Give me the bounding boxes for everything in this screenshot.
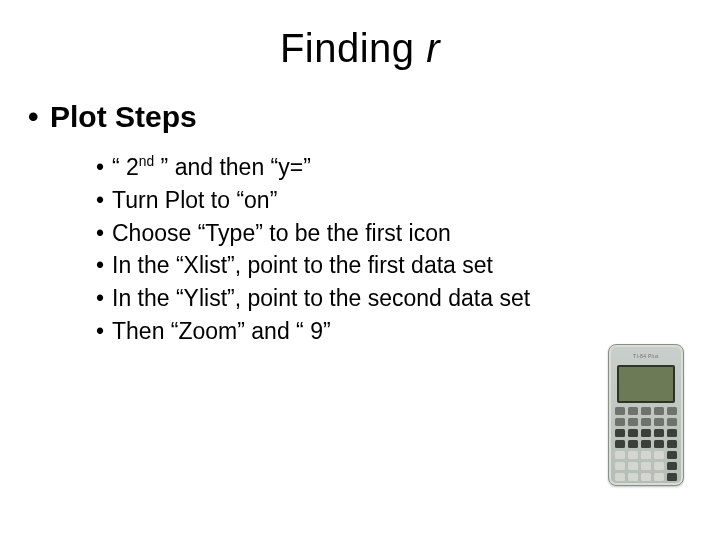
- step-text: Choose “Type” to be the first icon: [112, 220, 451, 246]
- title-variable-r: r: [426, 26, 440, 70]
- bullet-level2: •: [96, 185, 112, 216]
- step-text: In the “Ylist”, point to the second data…: [112, 285, 530, 311]
- step-text: “ 2nd ” and then “y=”: [112, 154, 311, 180]
- calculator-screen: [617, 365, 675, 403]
- list-item: •In the “Ylist”, point to the second dat…: [96, 283, 656, 314]
- title-text: Finding: [280, 26, 426, 70]
- bullet-level2: •: [96, 218, 112, 249]
- list-item: •Turn Plot to “on”: [96, 185, 656, 216]
- calculator-keypad: [615, 407, 677, 477]
- list-item: •Choose “Type” to be the first icon: [96, 218, 656, 249]
- steps-list: •“ 2nd ” and then “y=” •Turn Plot to “on…: [96, 152, 656, 349]
- bullet-level2: •: [96, 250, 112, 281]
- section-heading-text: Plot Steps: [50, 100, 197, 133]
- bullet-level2: •: [96, 152, 112, 183]
- step-text: In the “Xlist”, point to the first data …: [112, 252, 493, 278]
- calculator-brand: TI-84 Plus: [617, 353, 675, 363]
- bullet-level2: •: [96, 316, 112, 347]
- step-text: Turn Plot to “on”: [112, 187, 277, 213]
- step-text: Then “Zoom” and “ 9”: [112, 318, 331, 344]
- slide-title: Finding r: [0, 26, 720, 71]
- calculator-image: TI-84 Plus: [608, 344, 684, 486]
- list-item: •In the “Xlist”, point to the first data…: [96, 250, 656, 281]
- bullet-level2: •: [96, 283, 112, 314]
- list-item: •“ 2nd ” and then “y=”: [96, 152, 656, 183]
- list-item: •Then “Zoom” and “ 9”: [96, 316, 656, 347]
- bullet-level1: •: [28, 100, 50, 134]
- section-heading: •Plot Steps: [28, 100, 197, 134]
